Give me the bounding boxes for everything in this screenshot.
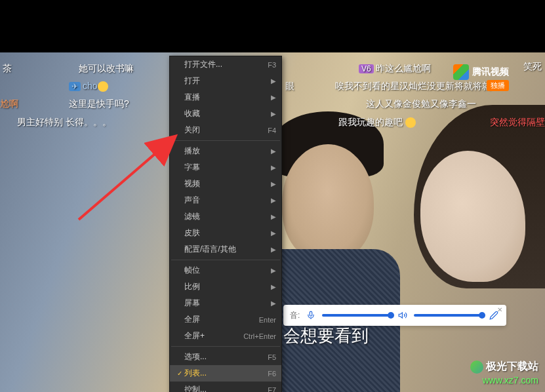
exclusive-tag: 独播: [487, 80, 509, 91]
danmaku-comment: 唉我不到看的星汉灿烂没更新将就将就: [335, 81, 491, 92]
speaker-icon[interactable]: [397, 309, 409, 321]
svg-marker-3: [399, 313, 402, 318]
menu-screen[interactable]: 屏幕 ▶: [170, 295, 281, 311]
vip-badge-icon: V6: [359, 64, 374, 73]
context-menu: 打开文件... F3 打开 ▶ 直播 ▶ 收藏 ▶ 关闭 F4 播放 ▶ 字幕 …: [169, 56, 282, 392]
check-icon: ✓: [175, 370, 184, 377]
submenu-arrow-icon: ▶: [271, 300, 276, 307]
danmaku-comment: 笑死: [523, 61, 542, 73]
submenu-arrow-icon: ▶: [271, 229, 276, 237]
tencent-video-icon: [453, 64, 469, 80]
menu-audio[interactable]: 声音 ▶: [170, 192, 281, 208]
menu-fullscreen[interactable]: 全屏 Enter: [170, 311, 281, 328]
toolbar-label: 音:: [290, 310, 300, 321]
danmaku-comment: 她可以改书嘛: [79, 63, 134, 75]
brand-logo: 腾讯视频: [453, 64, 509, 80]
user-badge-icon: ✈: [69, 82, 81, 91]
submenu-arrow-icon: ▶: [271, 197, 276, 204]
menu-separator: [171, 260, 280, 260]
danmaku-comment: 突然觉得隔壁: [490, 117, 545, 128]
submenu-arrow-icon: ▶: [271, 110, 276, 117]
menu-fullscreen-plus[interactable]: 全屏+ Ctrl+Enter: [170, 328, 281, 344]
menu-separator: [171, 140, 280, 141]
danmaku-comment: 尬啊: [0, 98, 18, 110]
danmaku-comment: ✈cho: [69, 81, 108, 92]
submenu-arrow-icon: ▶: [271, 213, 276, 220]
menu-open[interactable]: 打开 ▶: [170, 73, 281, 89]
site-name: 极光下载站: [486, 360, 538, 374]
menu-ratio[interactable]: 比例 ▶: [170, 279, 281, 295]
menu-control[interactable]: 控制... F7: [170, 382, 281, 392]
danmaku-comment: 这里是快手吗?: [69, 98, 129, 110]
menu-subtitle[interactable]: 字幕 ▶: [170, 159, 281, 176]
danmaku-comment: 男主好特别 长得。。。: [17, 117, 111, 128]
menu-favorite[interactable]: 收藏 ▶: [170, 106, 281, 122]
microphone-icon[interactable]: [305, 309, 317, 321]
submenu-arrow-icon: ▶: [271, 180, 276, 187]
danmaku-comment: 这人又像金俊勉又像李鑫一: [366, 98, 476, 110]
video-content: [282, 144, 374, 262]
menu-frame[interactable]: 帧位 ▶: [170, 262, 281, 279]
submenu-arrow-icon: ▶: [271, 246, 276, 253]
close-icon[interactable]: ✕: [497, 306, 502, 313]
menu-video[interactable]: 视频 ▶: [170, 176, 281, 192]
site-watermark: 极光下载站 www.xz7.com: [470, 360, 538, 385]
emoji-icon: [405, 117, 416, 128]
danmaku-comment: 跟我玩趣的趣吧: [338, 117, 416, 128]
svg-rect-2: [310, 311, 313, 316]
site-url: www.xz7.com: [470, 375, 538, 385]
menu-filter[interactable]: 滤镜 ▶: [170, 208, 281, 225]
submenu-arrow-icon: ▶: [271, 147, 276, 155]
menu-options[interactable]: 选项... F5: [170, 349, 281, 365]
menu-separator: [171, 346, 280, 347]
submenu-arrow-icon: ▶: [271, 267, 276, 274]
menu-close[interactable]: 关闭 F4: [170, 122, 281, 138]
menu-live[interactable]: 直播 ▶: [170, 89, 281, 106]
menu-play[interactable]: 播放 ▶: [170, 143, 281, 159]
danmaku-comment: V6昨这么尴尬啊: [359, 63, 431, 75]
slider-thumb[interactable]: [388, 312, 394, 319]
danmaku-comment: 茶: [3, 63, 12, 75]
emoji-icon: [98, 81, 108, 92]
menu-config[interactable]: 配置/语言/其他 ▶: [170, 241, 281, 258]
menu-open-file[interactable]: 打开文件... F3: [170, 56, 281, 73]
speaker-volume-slider[interactable]: [414, 314, 483, 317]
submenu-arrow-icon: ▶: [271, 164, 276, 171]
submenu-arrow-icon: ▶: [271, 77, 276, 85]
menu-playlist[interactable]: ✓ 列表... F6: [170, 365, 281, 382]
submenu-arrow-icon: ▶: [271, 283, 276, 290]
mic-volume-slider[interactable]: [322, 314, 391, 317]
brand-name: 腾讯视频: [472, 66, 509, 78]
submenu-arrow-icon: ▶: [271, 94, 276, 101]
audio-toolbar: ✕ 音:: [283, 305, 506, 326]
site-logo-icon: [470, 361, 483, 374]
slider-thumb[interactable]: [479, 312, 485, 319]
video-subtitle: 会想要看到: [283, 324, 369, 347]
menu-skin[interactable]: 皮肤 ▶: [170, 225, 281, 241]
danmaku-comment: 眼: [285, 81, 294, 92]
